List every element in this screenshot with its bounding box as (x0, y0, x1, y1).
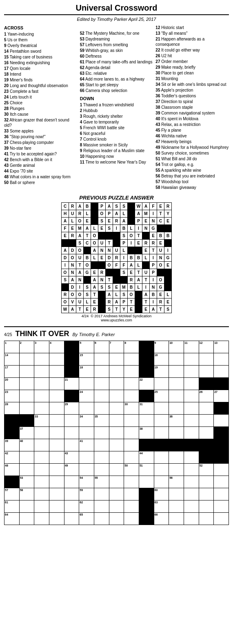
crossword-cell[interactable] (184, 427, 199, 439)
crossword-cell[interactable] (49, 488, 64, 500)
crossword-cell[interactable]: 66 (154, 513, 169, 525)
crossword-cell[interactable]: 63 (154, 500, 169, 513)
crossword-cell[interactable] (154, 451, 169, 464)
crossword-cell[interactable] (139, 366, 154, 378)
crossword-cell[interactable]: 34 (79, 415, 94, 427)
crossword-cell[interactable] (184, 402, 199, 415)
crossword-cell[interactable]: 24 (79, 390, 94, 402)
crossword-cell[interactable] (214, 402, 229, 415)
crossword-cell[interactable] (94, 378, 109, 390)
crossword-cell[interactable] (139, 476, 154, 488)
crossword-cell[interactable] (64, 513, 79, 525)
crossword-cell[interactable]: 50 (124, 464, 139, 476)
crossword-cell[interactable] (154, 427, 169, 439)
crossword-cell[interactable]: 39 (4, 439, 20, 451)
crossword-cell[interactable] (214, 415, 229, 427)
crossword-cell[interactable] (34, 439, 49, 451)
crossword-cell[interactable] (199, 366, 214, 378)
crossword-cell[interactable]: 8 (124, 341, 139, 353)
crossword-cell[interactable] (124, 353, 139, 366)
crossword-cell[interactable]: 62 (79, 500, 94, 513)
crossword-cell[interactable] (139, 341, 154, 353)
crossword-cell[interactable] (214, 488, 229, 500)
crossword-cell[interactable]: 52 (199, 464, 214, 476)
crossword-cell[interactable] (214, 378, 229, 390)
crossword-cell[interactable]: 64 (4, 513, 20, 525)
crossword-cell[interactable] (199, 402, 214, 415)
crossword-cell[interactable] (19, 390, 34, 402)
crossword-cell[interactable]: 49 (64, 464, 79, 476)
crossword-cell[interactable] (64, 476, 79, 488)
crossword-cell[interactable] (49, 451, 64, 464)
crossword-cell[interactable]: 16 (154, 353, 169, 366)
crossword-cell[interactable]: 36 (169, 415, 184, 427)
crossword-cell[interactable] (64, 353, 79, 366)
crossword-cell[interactable] (94, 353, 109, 366)
crossword-cell[interactable] (214, 427, 229, 439)
crossword-cell[interactable] (124, 390, 139, 402)
crossword-cell[interactable] (124, 513, 139, 525)
crossword-cell[interactable] (124, 366, 139, 378)
crossword-cell[interactable]: 1 (4, 341, 20, 353)
crossword-cell[interactable] (34, 366, 49, 378)
crossword-cell[interactable] (109, 513, 124, 525)
crossword-cell[interactable] (199, 378, 214, 390)
crossword-cell[interactable] (169, 402, 184, 415)
crossword-cell[interactable]: 23 (4, 390, 20, 402)
crossword-cell[interactable]: 29 (64, 402, 79, 415)
crossword-cell[interactable] (34, 390, 49, 402)
crossword-cell[interactable] (184, 488, 199, 500)
crossword-cell[interactable] (154, 439, 169, 451)
crossword-cell[interactable] (94, 439, 109, 451)
crossword-cell[interactable]: 28 (4, 402, 20, 415)
crossword-cell[interactable] (19, 451, 34, 464)
crossword-cell[interactable]: 40 (19, 439, 34, 451)
crossword-cell[interactable] (49, 415, 64, 427)
crossword-cell[interactable]: 41 (79, 439, 94, 451)
crossword-cell[interactable] (139, 415, 154, 427)
crossword-cell[interactable] (109, 415, 124, 427)
crossword-cell[interactable] (139, 439, 154, 451)
crossword-cell[interactable]: 56 (169, 476, 184, 488)
crossword-cell[interactable] (109, 402, 124, 415)
crossword-cell[interactable] (19, 378, 34, 390)
crossword-cell[interactable]: 65 (79, 513, 94, 525)
crossword-cell[interactable] (184, 500, 199, 513)
crossword-cell[interactable]: 57 (4, 488, 20, 500)
crossword-cell[interactable] (124, 488, 139, 500)
crossword-cell[interactable]: 20 (4, 378, 20, 390)
crossword-cell[interactable] (94, 366, 109, 378)
crossword-cell[interactable] (184, 390, 199, 402)
crossword-cell[interactable] (184, 464, 199, 476)
crossword-cell[interactable] (139, 513, 154, 525)
crossword-cell[interactable]: 54 (79, 476, 94, 488)
crossword-cell[interactable] (214, 366, 229, 378)
crossword-cell[interactable] (154, 378, 169, 390)
crossword-cell[interactable] (214, 513, 229, 525)
crossword-cell[interactable] (49, 500, 64, 513)
crossword-cell[interactable]: 21 (64, 378, 79, 390)
crossword-cell[interactable] (154, 464, 169, 476)
crossword-cell[interactable] (154, 415, 169, 427)
crossword-cell[interactable] (109, 500, 124, 513)
crossword-cell[interactable] (184, 513, 199, 525)
crossword-cell[interactable] (184, 451, 199, 464)
crossword-cell[interactable]: 51 (139, 464, 154, 476)
crossword-cell[interactable] (184, 366, 199, 378)
crossword-cell[interactable]: 27 (214, 390, 229, 402)
crossword-cell[interactable] (49, 353, 64, 366)
crossword-cell[interactable] (199, 451, 214, 464)
crossword-cell[interactable] (34, 353, 49, 366)
crossword-cell[interactable]: 37 (19, 427, 34, 439)
crossword-cell[interactable]: 15 (79, 353, 94, 366)
crossword-cell[interactable] (34, 402, 49, 415)
crossword-cell[interactable]: 53 (19, 476, 34, 488)
crossword-cell[interactable]: 5 (79, 341, 94, 353)
crossword-cell[interactable]: 55 (94, 476, 109, 488)
crossword-cell[interactable]: 3 (34, 341, 49, 353)
crossword-cell[interactable]: 60 (154, 488, 169, 500)
crossword-cell[interactable] (199, 513, 214, 525)
crossword-cell[interactable] (109, 353, 124, 366)
crossword-cell[interactable] (64, 415, 79, 427)
crossword-cell[interactable]: 35 (94, 415, 109, 427)
